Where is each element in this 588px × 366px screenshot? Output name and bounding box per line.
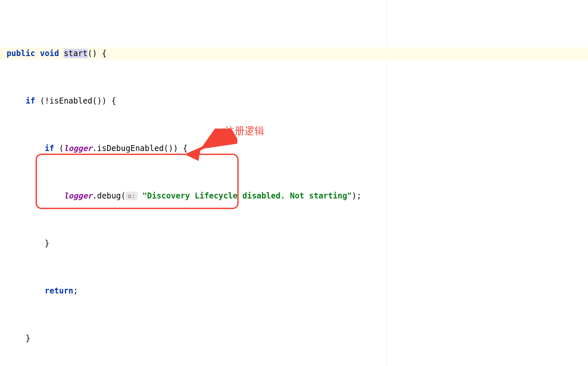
keyword-public: public	[7, 49, 35, 58]
field-logger: logger	[64, 191, 92, 200]
code-line: public void start() {	[0, 47, 588, 59]
code-line: return;	[7, 285, 588, 297]
annotation-label: 注册逻辑	[225, 123, 264, 138]
code-line: }	[7, 237, 588, 249]
code-line: if (logger.isDebugEnabled()) {	[7, 142, 588, 154]
keyword-return: return	[45, 286, 74, 295]
code-line: }	[7, 332, 588, 344]
code-editor[interactable]: public void start() { if (!isEnabled()) …	[0, 0, 588, 366]
param-hint: o:	[126, 192, 137, 200]
code-line: logger.debug(o: "Discovery Lifecycle dis…	[7, 190, 588, 202]
string-literal: "Discovery Lifecycle disabled. Not start…	[142, 191, 352, 200]
keyword-void: void	[40, 49, 59, 58]
code-line: if (!isEnabled()) {	[7, 95, 588, 107]
selected-method-name: start	[64, 49, 87, 58]
field-logger: logger	[64, 144, 92, 153]
